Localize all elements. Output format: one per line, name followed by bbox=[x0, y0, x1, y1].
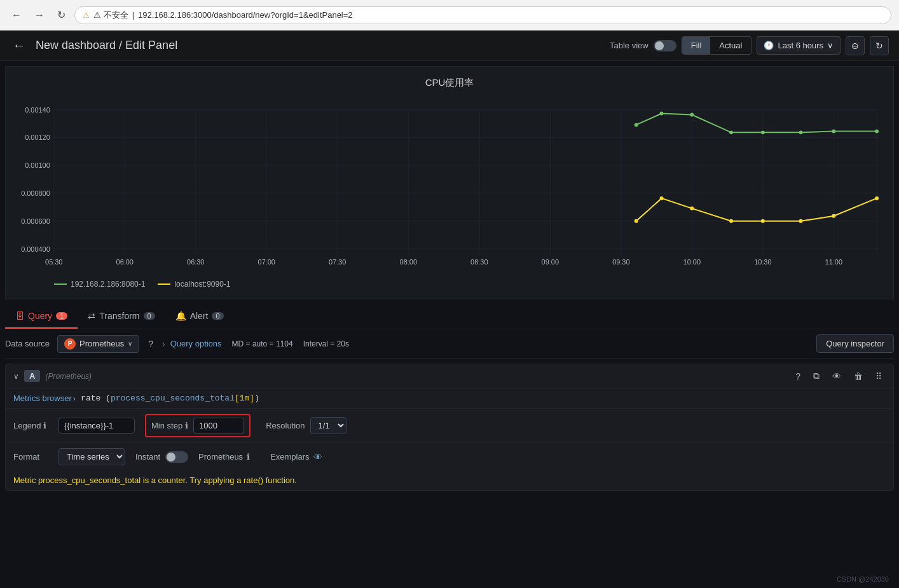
chart-panel: CPU使用率 0.00140 0.00120 bbox=[5, 66, 894, 299]
svg-point-51 bbox=[832, 214, 835, 218]
data-source-bar: Data source P Prometheus ∨ ? › Query opt… bbox=[5, 329, 894, 359]
collapse-arrow-icon[interactable]: ∨ bbox=[13, 372, 19, 381]
svg-point-49 bbox=[761, 219, 765, 223]
clock-icon: 🕐 bbox=[764, 41, 774, 50]
query-block-source: (Prometheus) bbox=[45, 372, 92, 381]
query-tab-badge: 1 bbox=[56, 312, 67, 320]
query-eye-button[interactable]: 👁 bbox=[828, 370, 845, 383]
format-select[interactable]: Time series bbox=[58, 448, 125, 465]
chart-legend: 192.168.2.186:8080-1 localhost:9090-1 bbox=[16, 280, 883, 289]
query-editor-area: Data source P Prometheus ∨ ? › Query opt… bbox=[0, 329, 899, 496]
browser-back-btn[interactable]: ← bbox=[8, 7, 25, 24]
prometheus-badge-label: Prometheus bbox=[198, 452, 243, 462]
svg-point-48 bbox=[729, 219, 733, 223]
alert-tab-label: Alert bbox=[190, 311, 209, 321]
help-button[interactable]: ? bbox=[144, 338, 157, 350]
svg-point-45 bbox=[635, 219, 638, 223]
warning-message: Metric process_cpu_seconds_total is a co… bbox=[6, 470, 893, 490]
query-action-buttons: ? ⧉ 👁 🗑 ⠿ bbox=[792, 369, 886, 383]
svg-text:0.00120: 0.00120 bbox=[25, 133, 50, 141]
url-text: 192.168.2.186:3000/dashboard/new?orgId=1… bbox=[138, 10, 353, 20]
query-trash-button[interactable]: 🗑 bbox=[850, 370, 867, 383]
zoom-out-button[interactable]: ⊖ bbox=[846, 36, 865, 55]
min-step-info-icon: ℹ bbox=[185, 421, 188, 430]
time-range-label: Last 6 hours bbox=[778, 41, 823, 50]
query-duplicate-button[interactable]: ⧉ bbox=[809, 369, 823, 383]
legend-line-yellow bbox=[158, 284, 170, 285]
prometheus-chevron-icon: ∨ bbox=[128, 340, 132, 347]
query-metric-name: process_cpu_seconds_total bbox=[111, 393, 235, 403]
query-drag-button[interactable]: ⠿ bbox=[872, 370, 886, 383]
svg-text:0.000800: 0.000800 bbox=[21, 189, 50, 197]
svg-text:06:00: 06:00 bbox=[116, 258, 134, 266]
query-block-header: ∨ A (Prometheus) ? ⧉ 👁 🗑 ⠿ bbox=[6, 364, 893, 388]
query-tab-icon: 🗄 bbox=[15, 311, 24, 321]
svg-text:0.00100: 0.00100 bbox=[25, 161, 50, 169]
fill-actual-group: Fill Actual bbox=[682, 36, 752, 55]
format-label: Format bbox=[13, 452, 48, 462]
query-close: ) bbox=[254, 393, 259, 403]
header-controls: Table view Fill Actual 🕐 Last 6 hours ∨ … bbox=[610, 36, 889, 55]
prometheus-badge-info: ℹ bbox=[247, 452, 250, 462]
legend-input[interactable] bbox=[58, 418, 135, 434]
resolution-select[interactable]: 1/1 bbox=[310, 417, 347, 434]
query-time-range: [1m] bbox=[235, 393, 254, 403]
exemplars-eye-icon[interactable]: 👁 bbox=[313, 452, 322, 462]
query-rate-keyword: rate ( bbox=[81, 393, 111, 403]
arrow-right-icon: › bbox=[162, 339, 165, 349]
insecure-label: ⚠ 不安全 bbox=[93, 10, 128, 21]
legend-info-icon: ℹ bbox=[43, 421, 46, 430]
svg-text:09:30: 09:30 bbox=[612, 258, 629, 266]
time-range-button[interactable]: 🕐 Last 6 hours ∨ bbox=[757, 36, 841, 55]
transform-tab-icon: ⇄ bbox=[88, 311, 95, 321]
browser-forward-btn[interactable]: → bbox=[31, 7, 48, 24]
query-block-label: A bbox=[24, 370, 40, 382]
actual-button[interactable]: Actual bbox=[710, 37, 751, 54]
svg-point-37 bbox=[635, 123, 638, 126]
metrics-row: Metrics browser › rate (process_cpu_seco… bbox=[6, 388, 893, 409]
svg-text:0.000400: 0.000400 bbox=[21, 245, 50, 253]
table-view-switch[interactable] bbox=[654, 40, 676, 51]
svg-point-39 bbox=[690, 113, 694, 117]
svg-text:10:00: 10:00 bbox=[683, 258, 701, 266]
query-input-value[interactable]: rate (process_cpu_seconds_total[1m]) bbox=[81, 393, 259, 403]
metrics-browser-arrow: › bbox=[73, 393, 76, 403]
query-inspector-button[interactable]: Query inspector bbox=[816, 334, 894, 353]
svg-point-44 bbox=[875, 129, 879, 133]
browser-address-bar[interactable]: ⚠ ⚠ 不安全 | 192.168.2.186:3000/dashboard/n… bbox=[74, 6, 891, 24]
tab-transform[interactable]: ⇄ Transform 0 bbox=[78, 304, 165, 329]
svg-point-47 bbox=[690, 207, 694, 210]
svg-point-52 bbox=[875, 196, 879, 200]
legend-text: Legend bbox=[13, 421, 41, 430]
svg-text:10:30: 10:30 bbox=[754, 258, 771, 266]
prometheus-name: Prometheus bbox=[79, 339, 124, 348]
fill-button[interactable]: Fill bbox=[682, 37, 711, 54]
transform-tab-label: Transform bbox=[99, 311, 139, 321]
svg-text:09:00: 09:00 bbox=[542, 258, 559, 266]
refresh-button[interactable]: ↻ bbox=[870, 36, 889, 55]
min-step-input[interactable] bbox=[193, 418, 244, 434]
tab-query[interactable]: 🗄 Query 1 bbox=[5, 304, 78, 329]
svg-text:11:00: 11:00 bbox=[825, 258, 842, 266]
metrics-browser-button[interactable]: Metrics browser › bbox=[13, 393, 76, 403]
interval-info: Interval = 20s bbox=[303, 339, 349, 348]
min-step-group: Min step ℹ bbox=[145, 414, 250, 437]
legend-label-2: localhost:9090-1 bbox=[174, 280, 230, 289]
separator: | bbox=[132, 10, 134, 20]
svg-text:05:30: 05:30 bbox=[45, 258, 62, 266]
query-options-link[interactable]: Query options bbox=[170, 339, 222, 348]
svg-text:0.00140: 0.00140 bbox=[25, 106, 50, 114]
alert-tab-badge: 0 bbox=[212, 312, 223, 320]
prometheus-selector[interactable]: P Prometheus ∨ bbox=[57, 335, 139, 353]
exemplars-group: Exemplars 👁 bbox=[270, 452, 322, 462]
svg-point-40 bbox=[729, 130, 733, 134]
min-step-text: Min step bbox=[151, 421, 182, 430]
tab-alert[interactable]: 🔔 Alert 0 bbox=[165, 304, 234, 329]
browser-reload-btn[interactable]: ↻ bbox=[53, 6, 69, 24]
query-help-button[interactable]: ? bbox=[792, 370, 804, 383]
table-view-toggle: Table view bbox=[610, 40, 676, 51]
svg-text:07:30: 07:30 bbox=[329, 258, 346, 266]
instant-toggle[interactable] bbox=[165, 451, 188, 463]
back-button[interactable]: ← bbox=[10, 36, 28, 55]
options-row: Legend ℹ Min step ℹ Resolution 1/1 bbox=[6, 409, 893, 443]
